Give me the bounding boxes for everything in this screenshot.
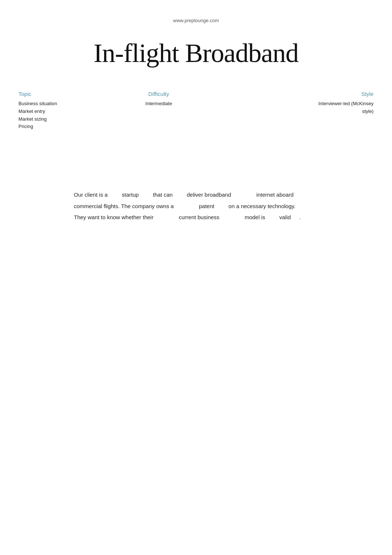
description-text: Our client is a startup that can deliver… xyxy=(74,190,318,223)
description-section: Our client is a startup that can deliver… xyxy=(0,190,392,223)
meta-style-column: Style Interviewer-led (McKinseystyle) xyxy=(218,91,374,131)
topic-item-1: Business situation xyxy=(18,100,100,108)
style-value: Interviewer-led (McKinseystyle) xyxy=(218,100,374,116)
topic-item-3: Market sizing xyxy=(18,116,100,123)
topic-heading: Topic xyxy=(18,91,100,97)
difficulty-value: Intermediate xyxy=(100,100,218,108)
style-heading: Style xyxy=(218,91,374,97)
meta-difficulty-column: Difficulty Intermediate xyxy=(100,91,218,131)
description-line-1: Our client is a startup that can deliver… xyxy=(74,190,318,200)
url-text: www.preplounge.com xyxy=(173,18,219,23)
description-line-2: commercial flights. The company owns a p… xyxy=(74,201,318,212)
topic-item-4: Pricing xyxy=(18,123,100,131)
meta-topic-column: Topic Business situation Market entry Ma… xyxy=(18,91,100,131)
page-title: In-flight Broadband xyxy=(0,38,392,69)
description-line-3: They want to know whether their current … xyxy=(74,212,318,223)
website-url: www.preplounge.com xyxy=(0,0,392,23)
metadata-section: Topic Business situation Market entry Ma… xyxy=(0,91,392,131)
topic-item-2: Market entry xyxy=(18,108,100,116)
difficulty-heading: Difficulty xyxy=(100,91,218,97)
